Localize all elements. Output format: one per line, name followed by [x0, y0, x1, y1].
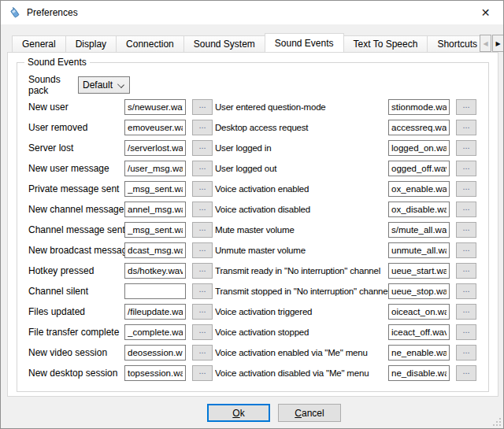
input-voice-activation-triggered[interactable] [388, 304, 450, 320]
label-transmit-ready-in-no-interruption-channel: Transmit ready in "No interruption" chan… [215, 266, 388, 276]
browse-button-transmit-stopped-in-no-interruption-channel[interactable]: ... [456, 283, 476, 299]
sound-event-row: Transmit ready in "No interruption" chan… [215, 261, 476, 281]
browse-button-new-user-message[interactable]: ... [192, 161, 213, 176]
browse-button-voice-activation-stopped[interactable]: ... [456, 324, 476, 340]
input-new-desktop-session[interactable] [124, 365, 186, 381]
browse-button-new-video-session[interactable]: ... [192, 345, 213, 361]
input-voice-activation-disabled[interactable] [388, 202, 450, 217]
input-server-lost[interactable] [124, 140, 186, 156]
sound-event-row: Files updated... [28, 301, 213, 322]
input-user-removed[interactable] [124, 120, 186, 135]
label-voice-activation-triggered: Voice activation triggered [215, 307, 388, 316]
input-voice-activation-enabled[interactable] [388, 181, 450, 197]
input-voice-activation-enabled-via-me-menu[interactable] [388, 345, 450, 361]
input-transmit-stopped-in-no-interruption-channel[interactable] [388, 283, 450, 299]
input-transmit-ready-in-no-interruption-channel[interactable] [388, 263, 450, 279]
sound-event-row: Voice activation disabled via "Me" menu.… [215, 363, 476, 383]
input-channel-silent[interactable] [124, 283, 186, 299]
sound-event-row: User entered question-mode... [215, 97, 476, 117]
input-unmute-master-volume[interactable] [388, 242, 450, 258]
browse-button-unmute-master-volume[interactable]: ... [456, 242, 476, 258]
tab-scroll-left-icon[interactable]: ◀ [480, 35, 491, 52]
label-file-transfer-complete: File transfer complete [28, 327, 124, 338]
tab-connection[interactable]: Connection [116, 35, 184, 52]
browse-button-files-updated[interactable]: ... [192, 304, 213, 320]
input-channel-message-sent[interactable] [124, 222, 186, 238]
close-icon[interactable]: ✕ [468, 1, 503, 24]
input-desktop-access-request[interactable] [388, 120, 450, 135]
label-user-removed: User removed [28, 122, 124, 133]
input-file-transfer-complete[interactable] [124, 324, 186, 340]
input-voice-activation-stopped[interactable] [388, 324, 450, 340]
tab-general[interactable]: General [12, 35, 66, 52]
tab-shortcuts[interactable]: Shortcuts [427, 35, 480, 52]
browse-button-voice-activation-disabled[interactable]: ... [456, 202, 476, 217]
input-new-user-message[interactable] [124, 161, 186, 176]
input-new-video-session[interactable] [124, 345, 186, 361]
input-new-broadcast-message[interactable] [124, 242, 186, 258]
browse-button-hotkey-pressed[interactable]: ... [192, 263, 213, 279]
sound-event-row: Private message sent... [28, 179, 213, 199]
window-title: Preferences [27, 7, 78, 18]
app-icon [9, 6, 21, 19]
sounds-pack-select[interactable]: Default [78, 76, 130, 94]
browse-button-user-entered-question-mode[interactable]: ... [456, 99, 476, 115]
label-channel-silent: Channel silent [28, 286, 124, 297]
label-user-logged-in: User logged in [215, 143, 388, 153]
browse-button-voice-activation-triggered[interactable]: ... [456, 304, 476, 320]
browse-button-channel-silent[interactable]: ... [192, 283, 213, 299]
label-new-broadcast-message: New broadcast message [28, 245, 124, 256]
sound-event-row: User logged out... [215, 158, 476, 179]
browse-button-server-lost[interactable]: ... [192, 140, 213, 156]
sound-event-row: New desktop session... [28, 363, 213, 383]
sound-event-row: Voice activation enabled... [215, 179, 476, 199]
browse-button-transmit-ready-in-no-interruption-channel[interactable]: ... [456, 263, 476, 279]
browse-button-private-message-sent[interactable]: ... [192, 181, 213, 197]
title-bar[interactable]: Preferences ✕ [1, 1, 503, 24]
label-voice-activation-enabled: Voice activation enabled [215, 184, 388, 194]
input-voice-activation-disabled-via-me-menu[interactable] [388, 365, 450, 381]
browse-button-new-user[interactable]: ... [192, 99, 213, 115]
sound-event-row: Channel message sent... [28, 220, 213, 240]
input-private-message-sent[interactable] [124, 181, 186, 197]
browse-button-file-transfer-complete[interactable]: ... [192, 324, 213, 340]
input-new-channel-message[interactable] [124, 202, 186, 217]
input-user-logged-out[interactable] [388, 161, 450, 176]
browse-button-channel-message-sent[interactable]: ... [192, 222, 213, 238]
cancel-button[interactable]: Cancel [278, 404, 341, 422]
preferences-dialog: Preferences ✕ GeneralDisplayConnectionSo… [0, 0, 504, 429]
tab-display[interactable]: Display [65, 35, 117, 52]
input-new-user[interactable] [124, 99, 186, 115]
label-new-video-session: New video session [28, 347, 124, 358]
ok-button[interactable]: Ok [207, 404, 270, 422]
browse-button-new-desktop-session[interactable]: ... [192, 365, 213, 381]
browse-button-user-logged-out[interactable]: ... [456, 161, 476, 176]
browse-button-mute-master-volume[interactable]: ... [456, 222, 476, 238]
sound-event-row: New video session... [28, 342, 213, 363]
input-hotkey-pressed[interactable] [124, 263, 186, 279]
sound-event-row: Transmit stopped in "No interruption" ch… [215, 281, 476, 301]
input-user-entered-question-mode[interactable] [388, 99, 450, 115]
resize-grip[interactable] [493, 418, 501, 426]
tab-sound-system[interactable]: Sound System [183, 35, 265, 52]
input-mute-master-volume[interactable] [388, 222, 450, 238]
browse-button-new-channel-message[interactable]: ... [192, 202, 213, 217]
browse-button-voice-activation-disabled-via-me-menu[interactable]: ... [456, 365, 476, 381]
input-files-updated[interactable] [124, 304, 186, 320]
sound-event-row: Voice activation enabled via "Me" menu..… [215, 342, 476, 363]
browse-button-new-broadcast-message[interactable]: ... [192, 242, 213, 258]
label-new-user-message: New user message [28, 163, 124, 174]
sound-event-row: Desktop access request... [215, 117, 476, 138]
sound-event-row: Voice activation disabled... [215, 199, 476, 220]
tab-text-to-speech[interactable]: Text To Speech [343, 35, 428, 52]
browse-button-voice-activation-enabled[interactable]: ... [456, 181, 476, 197]
browse-button-user-logged-in[interactable]: ... [456, 140, 476, 156]
sound-event-row: User removed... [28, 117, 213, 138]
browse-button-voice-activation-enabled-via-me-menu[interactable]: ... [456, 345, 476, 361]
input-user-logged-in[interactable] [388, 140, 450, 156]
browse-button-desktop-access-request[interactable]: ... [456, 120, 476, 135]
label-server-lost: Server lost [28, 142, 124, 153]
tab-scroll-right-icon[interactable]: ▶ [492, 35, 504, 52]
tab-sound-events[interactable]: Sound Events [265, 33, 344, 52]
browse-button-user-removed[interactable]: ... [192, 120, 213, 135]
